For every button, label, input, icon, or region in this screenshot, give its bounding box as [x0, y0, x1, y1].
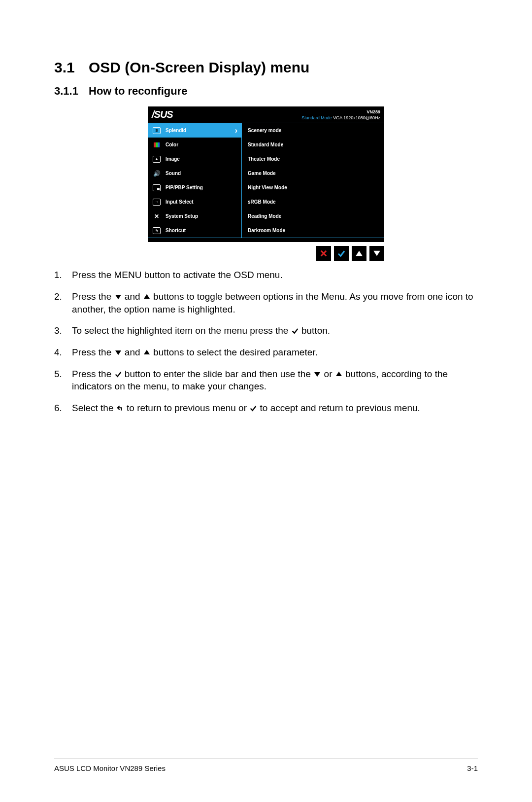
step-text: To select the highlighted item on the me… [72, 324, 478, 337]
osd-left-label: Input Select [166, 199, 194, 205]
osd-left-icon: ↳ [152, 227, 162, 234]
osd-right-column: Scenery modeStandard ModeTheater ModeGam… [242, 123, 384, 238]
osd-left-item: 🔊Sound [148, 166, 241, 180]
instruction-item: 6.Select the to return to previous menu … [54, 402, 478, 415]
osd-left-label: System Setup [166, 213, 198, 219]
instruction-item: 5.Press the button to enter the slide ba… [54, 368, 478, 393]
osd-right-item: Darkroom Mode [242, 223, 384, 238]
down-button[interactable] [369, 246, 384, 261]
instruction-item: 2.Press the and buttons to toggle betwee… [54, 290, 478, 315]
up-icon [143, 291, 151, 302]
osd-columns: SSplendid›Color▲Image🔊SoundPIP/PBP Setti… [148, 123, 384, 238]
osd-left-icon: S [152, 127, 162, 134]
footer-divider [54, 759, 478, 759]
osd-left-item: Color [148, 138, 241, 152]
confirm-button[interactable] [334, 246, 349, 261]
osd-left-label: Color [166, 142, 178, 147]
check-icon [291, 325, 299, 336]
osd-left-label: Sound [166, 171, 181, 176]
osd-panel: /SUS VN289 Standard Mode VGA 1920x1080@6… [148, 106, 384, 242]
step-number: 3. [54, 324, 72, 337]
asus-logo: /SUS [152, 109, 173, 119]
step-number: 1. [54, 269, 72, 281]
subsection-title: How to reconfigure [89, 85, 187, 97]
osd-nav-strip [148, 246, 384, 261]
chevron-right-icon: › [235, 126, 237, 135]
down-icon [114, 347, 122, 357]
subsection-number: 3.1.1 [54, 85, 89, 98]
osd-left-column: SSplendid›Color▲Image🔊SoundPIP/PBP Setti… [148, 123, 242, 238]
triangle-up-icon [355, 249, 364, 258]
section-title: OSD (On-Screen Display) menu [89, 59, 309, 75]
section-heading: 3.1OSD (On-Screen Display) menu [54, 59, 478, 76]
osd-right-item: Scenery mode [242, 123, 384, 138]
step-number: 5. [54, 368, 72, 393]
up-button[interactable] [352, 246, 366, 261]
osd-header-right: VN289 Standard Mode VGA 1920x1080@60Hz [301, 109, 380, 121]
osd-left-item: ✕System Setup [148, 209, 241, 223]
footer-left: ASUS LCD Monitor VN289 Series [54, 764, 166, 772]
manual-page: 3.1OSD (On-Screen Display) menu 3.1.1How… [0, 0, 532, 802]
osd-right-item: Game Mode [242, 166, 384, 180]
osd-left-item: PIP/PBP Setting [148, 180, 241, 195]
step-number: 2. [54, 290, 72, 315]
osd-left-icon: → [152, 199, 162, 206]
instruction-item: 4.Press the and buttons to select the de… [54, 346, 478, 359]
instruction-item: 1.Press the MENU button to activate the … [54, 269, 478, 281]
close-icon [319, 249, 328, 258]
osd-right-item: Standard Mode [242, 138, 384, 152]
up-icon [143, 347, 151, 357]
osd-left-item: →Input Select [148, 195, 241, 209]
check-icon [249, 403, 257, 413]
osd-right-item: Reading Mode [242, 209, 384, 223]
osd-right-item: Night View Mode [242, 180, 384, 195]
down-icon [313, 369, 321, 379]
check-icon [114, 369, 122, 379]
step-number: 4. [54, 346, 72, 359]
check-icon [337, 249, 346, 258]
footer-row: ASUS LCD Monitor VN289 Series 3-1 [54, 764, 478, 772]
step-text: Press the and buttons to select the desi… [72, 346, 478, 359]
osd-screenshot: /SUS VN289 Standard Mode VGA 1920x1080@6… [148, 106, 384, 261]
step-text: Press the and buttons to toggle between … [72, 290, 478, 315]
triangle-down-icon [372, 249, 381, 258]
osd-model: VN289 [301, 109, 380, 115]
osd-left-icon [152, 184, 162, 191]
osd-left-icon: ✕ [152, 213, 162, 220]
osd-left-label: Shortcut [166, 228, 186, 233]
page-footer: ASUS LCD Monitor VN289 Series 3-1 [54, 759, 478, 772]
osd-right-item: Theater Mode [242, 152, 384, 166]
osd-status-mode: Standard Mode [301, 115, 332, 120]
osd-left-icon: 🔊 [152, 170, 162, 177]
instruction-item: 3.To select the highlighted item on the … [54, 324, 478, 337]
osd-bottom-pad [148, 238, 384, 242]
osd-left-label: PIP/PBP Setting [166, 185, 203, 190]
step-text: Select the to return to previous menu or… [72, 402, 478, 415]
step-text: Press the button to enter the slide bar … [72, 368, 478, 393]
osd-status: Standard Mode VGA 1920x1080@60Hz [301, 115, 380, 121]
osd-status-input: VGA 1920x1080@60Hz [333, 115, 380, 120]
osd-left-icon: ▲ [152, 156, 162, 163]
osd-left-icon [152, 142, 162, 147]
up-icon [335, 369, 343, 379]
back-icon [116, 403, 124, 413]
osd-header: /SUS VN289 Standard Mode VGA 1920x1080@6… [148, 106, 384, 123]
step-number: 6. [54, 402, 72, 415]
close-button[interactable] [316, 246, 331, 261]
osd-left-label: Splendid [166, 128, 186, 133]
section-number: 3.1 [54, 59, 89, 76]
osd-left-item: SSplendid› [148, 123, 241, 138]
subsection-heading: 3.1.1How to reconfigure [54, 85, 478, 98]
down-icon [114, 291, 122, 302]
osd-left-item: ↳Shortcut [148, 223, 241, 238]
footer-right: 3-1 [467, 764, 478, 772]
instruction-list: 1.Press the MENU button to activate the … [54, 269, 478, 414]
osd-left-label: Image [166, 156, 180, 162]
osd-left-item: ▲Image [148, 152, 241, 166]
osd-right-item: sRGB Mode [242, 195, 384, 209]
step-text: Press the MENU button to activate the OS… [72, 269, 478, 281]
